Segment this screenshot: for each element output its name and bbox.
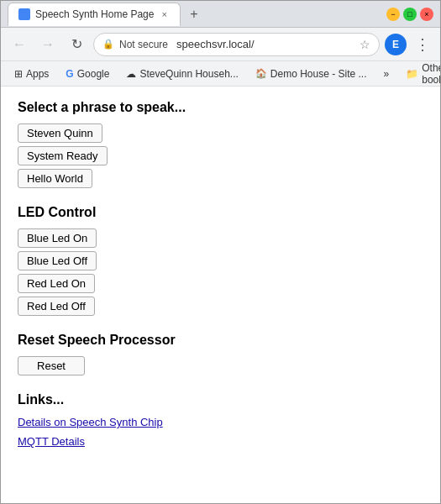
phrases-section: Select a phrase to speak... Steven Quinn… xyxy=(18,100,423,188)
blue-led-off-button[interactable]: Blue Led Off xyxy=(18,251,97,270)
profile-button[interactable]: E xyxy=(385,34,407,55)
stevequinn-icon: ☁ xyxy=(126,68,136,80)
tab-label: Speech Synth Home Page xyxy=(35,8,154,20)
led-section: LED Control Blue Led On Blue Led Off Red… xyxy=(18,205,423,316)
led-title: LED Control xyxy=(18,205,423,220)
hello-world-button[interactable]: Hello World xyxy=(18,169,92,188)
google-icon: G xyxy=(66,68,73,80)
google-label: Google xyxy=(77,68,110,80)
bookmark-more[interactable]: » xyxy=(377,66,396,82)
reset-section: Reset Speech Processor Reset xyxy=(18,333,423,375)
title-bar: Speech Synth Home Page × + − □ × xyxy=(1,1,440,28)
other-bookmarks-label: Other bookmarks xyxy=(422,62,440,86)
red-led-on-button[interactable]: Red Led On xyxy=(18,274,95,293)
bookmarks-bar: ⊞ Apps G Google ☁ SteveQuinn Househ... 🏠… xyxy=(1,61,440,87)
bookmark-star-icon[interactable]: ☆ xyxy=(360,38,370,51)
toolbar: ← → ↻ 🔒 Not secure ☆ E ⋮ xyxy=(1,28,440,61)
phrases-title: Select a phrase to speak... xyxy=(18,100,423,115)
bookmark-stevequinn[interactable]: ☁ SteveQuinn Househ... xyxy=(119,66,244,82)
tab-favicon xyxy=(18,8,30,20)
maximize-button[interactable]: □ xyxy=(403,8,417,21)
steven-quinn-button[interactable]: Steven Quinn xyxy=(18,123,102,143)
led-button-group: Blue Led On Blue Led Off Red Led On Red … xyxy=(18,228,423,316)
window-controls: − □ × xyxy=(386,8,433,21)
system-ready-button[interactable]: System Ready xyxy=(18,146,108,165)
security-icon: 🔒 xyxy=(102,39,114,50)
apps-label: Apps xyxy=(26,68,49,80)
bookmark-apps[interactable]: ⊞ Apps xyxy=(8,66,55,82)
browser-window: Speech Synth Home Page × + − □ × ← → ↻ 🔒… xyxy=(0,0,441,504)
forward-button[interactable]: → xyxy=(36,33,60,56)
reset-button[interactable]: Reset xyxy=(18,356,85,375)
new-tab-button[interactable]: + xyxy=(184,4,204,24)
mqtt-details-link[interactable]: MQTT Details xyxy=(18,435,423,448)
address-bar-container[interactable]: 🔒 Not secure ☆ xyxy=(93,33,380,56)
minimize-button[interactable]: − xyxy=(386,8,400,21)
menu-button[interactable]: ⋮ xyxy=(412,32,433,57)
links-title: Links... xyxy=(18,392,423,407)
other-bookmarks[interactable]: 📁 Other bookmarks xyxy=(399,61,440,87)
links-section: Links... Details on Speech Synth Chip MQ… xyxy=(18,392,423,448)
phrases-button-group: Steven Quinn System Ready Hello World xyxy=(18,123,423,188)
bookmark-demohouse[interactable]: 🏠 Demo House - Site ... xyxy=(249,66,374,82)
back-button[interactable]: ← xyxy=(8,33,31,56)
security-label: Not secure xyxy=(119,39,168,50)
address-input[interactable] xyxy=(176,38,354,50)
bookmark-google[interactable]: G Google xyxy=(59,66,116,82)
more-bookmarks-icon: » xyxy=(384,68,390,80)
blue-led-on-button[interactable]: Blue Led On xyxy=(18,228,97,248)
apps-icon: ⊞ xyxy=(14,68,23,80)
close-button[interactable]: × xyxy=(420,8,433,21)
reset-title: Reset Speech Processor xyxy=(18,333,423,348)
other-bookmarks-icon: 📁 xyxy=(406,68,418,80)
browser-tab[interactable]: Speech Synth Home Page × xyxy=(8,3,181,26)
refresh-button[interactable]: ↻ xyxy=(65,33,88,56)
stevequinn-label: SteveQuinn Househ... xyxy=(139,68,238,80)
demohouse-label: Demo House - Site ... xyxy=(270,68,367,80)
speech-synth-chip-link[interactable]: Details on Speech Synth Chip xyxy=(18,416,423,428)
demohouse-icon: 🏠 xyxy=(255,68,267,79)
tab-close-icon[interactable]: × xyxy=(159,8,169,20)
red-led-off-button[interactable]: Red Led Off xyxy=(18,297,95,316)
page-content: Select a phrase to speak... Steven Quinn… xyxy=(1,87,440,503)
